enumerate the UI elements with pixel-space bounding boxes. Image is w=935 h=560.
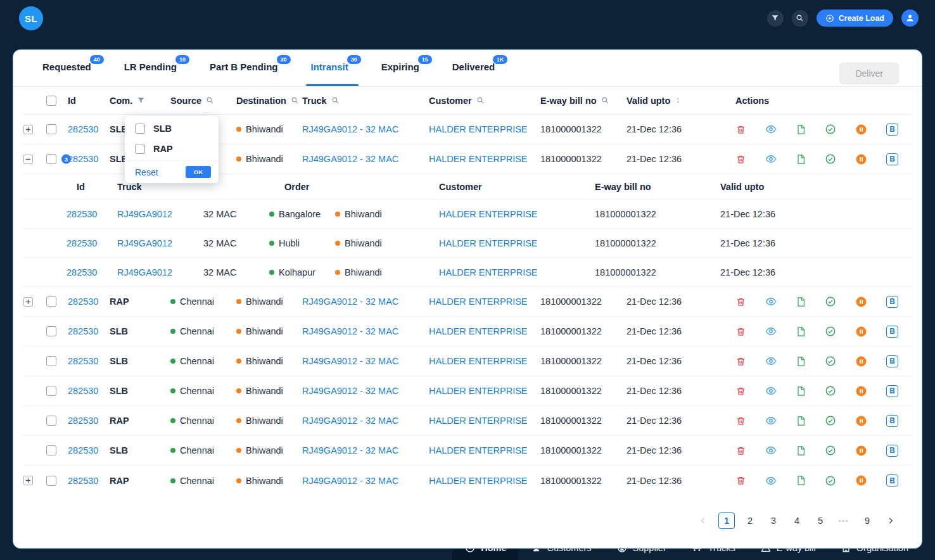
load-id-link[interactable]: 282530 [67,209,97,219]
page-number[interactable]: 1 [718,512,735,529]
page-number[interactable]: 5 [812,512,829,529]
search-icon[interactable] [291,96,299,105]
customer-link[interactable]: HALDER ENTERPRISE [429,445,528,455]
view-icon[interactable] [765,153,777,165]
truck-link[interactable]: RJ49GA9012 - 32 MAC [302,445,398,455]
view-icon[interactable] [765,475,777,487]
filter-option-slb[interactable]: SLB [125,118,219,139]
search-icon[interactable] [792,10,808,27]
b-icon[interactable]: B [886,445,898,457]
view-icon[interactable] [765,355,777,367]
truck-link[interactable]: RJ49GA9012 [117,209,172,219]
b-icon[interactable]: B [886,385,898,397]
view-icon[interactable] [765,385,777,397]
pdf-icon[interactable] [796,386,806,397]
truck-link[interactable]: RJ49GA9012 [117,238,172,248]
select-all-checkbox[interactable] [46,96,56,106]
truck-link[interactable]: RJ49GA9012 - 32 MAC [302,356,398,366]
page-number[interactable]: 3 [765,512,782,529]
b-icon[interactable]: B [886,326,898,338]
b-icon[interactable]: B [886,153,898,165]
approve-icon[interactable] [825,326,836,337]
delete-icon[interactable] [735,386,746,397]
pdf-icon[interactable] [796,154,806,165]
delete-icon[interactable] [735,445,746,456]
funnel-filter-icon[interactable] [137,96,145,105]
page-number[interactable]: 2 [742,512,758,529]
delete-icon[interactable] [735,356,746,367]
pause-icon[interactable] [855,326,867,338]
delete-icon[interactable] [735,416,746,426]
load-id-link[interactable]: 282530 [68,445,98,455]
deliver-button[interactable]: Deliver [839,63,899,84]
search-icon[interactable] [206,96,214,105]
pause-icon[interactable] [855,415,867,427]
tab-delivered[interactable]: Delivered 1K [452,61,495,86]
filter-checkbox[interactable] [135,144,145,154]
delete-icon[interactable] [735,326,746,337]
approve-icon[interactable] [825,445,836,456]
view-icon[interactable] [765,415,777,426]
load-id-link[interactable]: 282530 [68,124,98,134]
pause-icon[interactable] [855,296,867,308]
page-number[interactable]: 9 [859,512,875,529]
delete-icon[interactable] [735,154,746,165]
tab-expiring[interactable]: Expiring 15 [381,61,419,86]
view-icon[interactable] [765,296,777,307]
row-checkbox[interactable] [46,476,56,486]
pause-icon[interactable] [855,355,867,367]
expand-toggle-icon[interactable] [23,297,33,307]
load-id-link[interactable]: 282530 [67,238,97,248]
truck-link[interactable]: RJ49GA9012 - 32 MAC [302,386,398,396]
filter-reset-link[interactable]: Reset [135,167,158,177]
user-avatar[interactable] [901,10,919,27]
load-id-link[interactable]: 282530 [68,296,98,307]
sort-icon[interactable] [675,97,682,104]
approve-icon[interactable] [825,415,836,426]
search-icon[interactable] [331,96,340,105]
filter-checkbox[interactable] [135,124,145,134]
pdf-icon[interactable] [796,475,806,486]
filter-option-rap[interactable]: RAP [125,139,219,159]
b-icon[interactable]: B [886,474,898,487]
approve-icon[interactable] [825,475,836,487]
page-number[interactable]: 4 [789,512,805,529]
customer-link[interactable]: HALDER ENTERPRISE [429,154,528,164]
filter-ok-button[interactable]: OK [186,166,211,178]
approve-icon[interactable] [825,385,836,397]
tab-lr-pending[interactable]: LR Pending 10 [124,61,177,86]
customer-link[interactable]: HALDER ENTERPRISE [439,267,538,277]
approve-icon[interactable] [825,296,836,307]
customer-link[interactable]: HALDER ENTERPRISE [439,238,538,248]
row-checkbox[interactable] [46,416,56,426]
pause-icon[interactable] [855,474,867,487]
delete-icon[interactable] [735,475,746,486]
b-icon[interactable]: B [886,296,898,308]
pdf-icon[interactable] [796,124,806,135]
expand-toggle-icon[interactable] [23,476,33,485]
pause-icon[interactable] [855,385,867,397]
delete-icon[interactable] [735,296,746,307]
customer-link[interactable]: HALDER ENTERPRISE [429,296,528,307]
row-checkbox[interactable] [46,445,56,455]
customer-link[interactable]: HALDER ENTERPRISE [429,124,528,134]
truck-link[interactable]: RJ49GA9012 - 32 MAC [302,124,398,134]
truck-link[interactable]: RJ49GA9012 - 32 MAC [302,154,398,164]
customer-link[interactable]: HALDER ENTERPRISE [429,326,528,336]
row-checkbox[interactable] [46,356,56,366]
load-id-link[interactable]: 282530 [68,476,98,486]
row-checkbox[interactable] [46,296,56,307]
prev-page-icon[interactable] [695,512,711,529]
load-id-link[interactable]: 282530 [68,356,98,366]
pause-icon[interactable] [855,124,867,136]
b-icon[interactable]: B [886,124,898,136]
load-id-link[interactable]: 282530 [68,326,98,336]
pdf-icon[interactable] [796,296,806,307]
row-checkbox[interactable] [46,154,56,164]
search-icon[interactable] [601,96,609,105]
pause-icon[interactable] [855,153,867,165]
load-id-link[interactable]: 282530 [68,416,98,426]
b-icon[interactable]: B [886,355,898,367]
row-checkbox[interactable] [46,124,56,134]
pdf-icon[interactable] [796,326,806,337]
